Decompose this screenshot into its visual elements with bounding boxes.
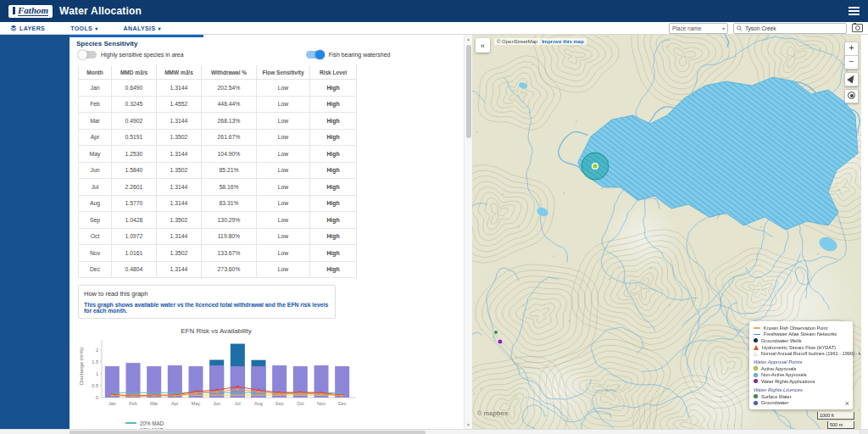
toggle-switch[interactable] — [78, 51, 97, 58]
panel-scrollbar[interactable]: ▲ ▼ — [464, 35, 472, 429]
table-cell: Dec — [79, 261, 112, 278]
svg-text:2: 2 — [96, 348, 98, 353]
layers-icon — [10, 25, 17, 31]
circle-icon — [754, 401, 758, 405]
osm-attribution: © OpenStreetMap — [497, 39, 537, 44]
map-container[interactable]: « © OpenStreetMap Improve this map + − K… — [472, 35, 861, 429]
toggle-switch[interactable] — [306, 51, 325, 58]
scale-imperial: 1000 ft — [817, 412, 854, 420]
table-row: Sep1.04281.3502130.29%LowHigh — [79, 212, 357, 229]
table-cell: Apr — [79, 129, 112, 146]
zoom-in-button[interactable]: + — [844, 42, 859, 55]
scroll-down-icon[interactable]: ▼ — [465, 422, 472, 427]
table-cell: Low — [257, 195, 310, 212]
chevron-down-icon: ▾ — [159, 25, 161, 31]
table-cell: 130.29% — [202, 212, 257, 229]
hscrollbar-thumb[interactable] — [70, 431, 426, 434]
table-row: Jun1.58401.350285.21%LowHigh — [79, 162, 357, 179]
improve-map-link[interactable]: Improve this map — [542, 39, 584, 44]
logo-flag-icon — [13, 7, 15, 14]
table-cell: 1.5840 — [112, 162, 157, 179]
layers-menu[interactable]: LAYERS — [10, 25, 45, 31]
water-allocation-app: Fathom Water Allocation LAYERS TOOLS ▾ A… — [0, 0, 868, 434]
scroll-up-icon[interactable]: ▲ — [465, 36, 472, 42]
table-cell: 1.3144 — [157, 228, 202, 245]
column-header: Month — [79, 65, 112, 80]
legend-item: Freshwater Atlas Stream Networks — [754, 331, 849, 338]
table-cell: 1.3144 — [157, 179, 202, 196]
panel-collapse-button[interactable]: « — [476, 38, 490, 53]
zoom-out-button[interactable]: − — [844, 55, 859, 70]
horizontal-scrollbar[interactable] — [0, 429, 868, 434]
compass-needle-icon — [847, 74, 857, 84]
table-row: Jan0.64901.3144202.54%LowHigh — [79, 80, 357, 97]
map-controls: + − — [844, 42, 859, 103]
table-cell: 0.5191 — [112, 129, 157, 146]
brand: Fathom Water Allocation — [8, 5, 142, 18]
table-row: Nov1.01611.3502133.67%LowHigh — [79, 245, 357, 262]
compass-button[interactable] — [844, 72, 859, 86]
table-cell: 2.2601 — [112, 179, 157, 196]
scrollbar-thumb[interactable] — [466, 45, 471, 138]
table-cell: 1.0161 — [112, 245, 157, 262]
risk-level-cell: High — [310, 129, 357, 146]
column-header: Flow Sensitivity — [257, 65, 310, 80]
table-row: Oct1.09721.3144119.80%LowHigh — [79, 228, 357, 245]
toggle-highly-sensitive-species[interactable]: Highly sensitive species in area — [78, 51, 184, 58]
table-cell: Low — [257, 162, 310, 179]
table-cell: 1.5770 — [112, 195, 157, 212]
table-cell: 0.3245 — [112, 96, 157, 113]
svg-text:Aug: Aug — [254, 401, 263, 406]
sidebar[interactable] — [0, 35, 70, 429]
tools-menu[interactable]: TOOLS ▾ — [70, 25, 97, 31]
place-name-select[interactable]: Place name ▾ — [669, 23, 728, 34]
table-cell: 1.3502 — [157, 129, 202, 146]
column-header: Risk Level — [310, 65, 357, 80]
scrollbar-corner — [860, 430, 868, 434]
table-cell: Low — [257, 228, 310, 245]
table-cell: 1.3502 — [157, 212, 202, 229]
legend-item: △Normal Annual Runoff Isolines (1961 - 1… — [754, 350, 849, 357]
circle-icon — [754, 394, 758, 398]
locate-button[interactable] — [844, 89, 859, 103]
svg-text:Jan: Jan — [108, 401, 116, 406]
svg-text:Jul: Jul — [235, 401, 241, 406]
svg-text:Jun: Jun — [213, 401, 220, 406]
table-cell: 1.0428 — [112, 212, 157, 229]
legend-item: Surface Water — [754, 393, 849, 400]
table-cell: 1.4552 — [157, 96, 202, 113]
table-cell: Oct — [79, 228, 112, 245]
table-cell: 1.3144 — [157, 261, 202, 278]
hamburger-menu-icon[interactable] — [849, 7, 860, 15]
table-cell: 1.3144 — [157, 113, 202, 130]
toggle-fish-bearing-watershed[interactable]: Fish bearing watershed — [306, 51, 391, 58]
legend-close-icon[interactable]: × — [843, 399, 851, 408]
chevron-down-icon: ▾ — [95, 25, 97, 31]
legend-item: Water Rights Applications — [754, 378, 849, 385]
search-input[interactable]: Tyson Creek — [733, 23, 847, 34]
table-cell: 1.3502 — [157, 245, 202, 262]
search-value: Tyson Creek — [745, 25, 776, 31]
fathom-logo[interactable]: Fathom — [8, 5, 53, 18]
table-cell: Feb — [79, 96, 112, 113]
search-icon — [737, 25, 743, 31]
risk-level-cell: High — [310, 212, 357, 229]
table-cell: 83.31% — [202, 195, 257, 212]
table-cell: 202.54% — [202, 80, 257, 97]
risk-level-cell: High — [310, 146, 357, 163]
efn-chart: EFN Risk vs Availability 00.511.52Discha… — [76, 327, 364, 429]
camera-icon[interactable] — [852, 24, 863, 32]
analysis-menu[interactable]: ANALYSIS ▾ — [124, 25, 161, 31]
svg-text:0.5: 0.5 — [92, 383, 98, 388]
table-cell: Low — [257, 179, 310, 196]
risk-level-cell: High — [310, 179, 357, 196]
risk-level-cell: High — [310, 261, 357, 278]
table-cell: Low — [257, 80, 310, 97]
efn-chart-plot: 00.511.52Discharge (m³/s)JanFebMarAprMay… — [76, 337, 359, 415]
table-cell: 261.67% — [202, 129, 257, 146]
toolbar: LAYERS TOOLS ▾ ANALYSIS ▾ Place name ▾ T… — [0, 22, 868, 35]
target-icon — [848, 92, 855, 99]
legend-item: Groundwater Wells — [754, 337, 849, 344]
app-header: Fathom Water Allocation — [0, 0, 868, 22]
risk-level-cell: High — [310, 195, 357, 212]
